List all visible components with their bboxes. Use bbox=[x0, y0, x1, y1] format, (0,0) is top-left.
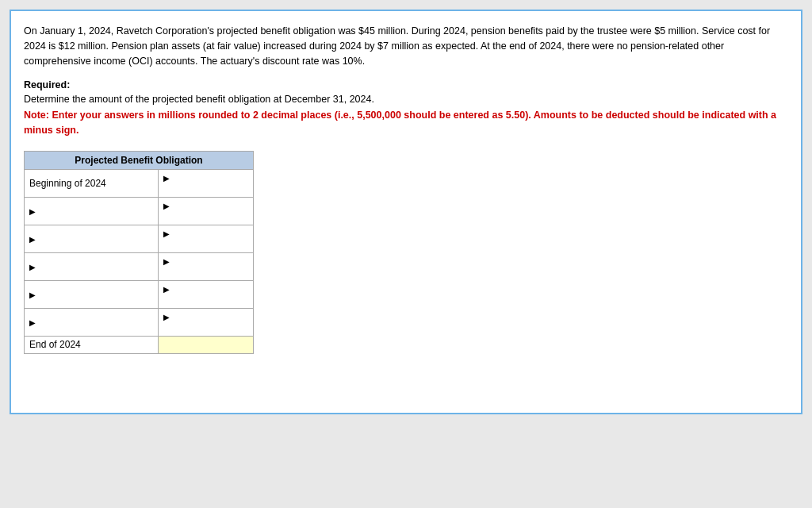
table-row-label-3: ▶ bbox=[25, 252, 159, 280]
arrow-indicator: ▶ bbox=[29, 207, 36, 216]
table-row-input-0[interactable]: ▶ bbox=[159, 169, 254, 197]
arrow-indicator-right: ▶ bbox=[163, 229, 170, 238]
main-container: On January 1, 2024, Ravetch Corporation'… bbox=[10, 10, 802, 414]
input-field-6[interactable] bbox=[163, 339, 248, 350]
problem-text: On January 1, 2024, Ravetch Corporation'… bbox=[24, 24, 788, 68]
arrow-indicator: ▶ bbox=[29, 263, 36, 271]
table-row-label-6: End of 2024 bbox=[25, 336, 159, 353]
table-row-label-5: ▶ bbox=[25, 308, 159, 336]
input-field-1[interactable] bbox=[163, 211, 248, 222]
table-row-input-2[interactable]: ▶ bbox=[159, 225, 254, 252]
arrow-indicator: ▶ bbox=[29, 291, 36, 299]
pbo-table: Projected Benefit Obligation Beginning o… bbox=[24, 151, 254, 354]
table-wrapper: Projected Benefit Obligation Beginning o… bbox=[24, 151, 254, 354]
table-row-label-1: ▶ bbox=[25, 197, 159, 225]
table-row-input-5[interactable]: ▶ bbox=[159, 308, 254, 336]
arrow-indicator-right: ▶ bbox=[163, 257, 170, 266]
note-text: Note: Enter your answers in millions rou… bbox=[24, 108, 788, 138]
arrow-indicator-right: ▶ bbox=[163, 202, 170, 210]
arrow-indicator: ▶ bbox=[29, 318, 36, 327]
determine-text: Determine the amount of the projected be… bbox=[24, 94, 788, 105]
table-row-input-1[interactable]: ▶ bbox=[159, 197, 254, 225]
table-row-input-4[interactable]: ▶ bbox=[159, 280, 254, 308]
arrow-indicator-first: ▶ bbox=[163, 174, 170, 183]
required-label: Required: bbox=[24, 79, 788, 90]
table-row-label-0: Beginning of 2024 bbox=[25, 169, 159, 197]
input-field-3[interactable] bbox=[163, 267, 248, 278]
input-field-5[interactable] bbox=[163, 322, 248, 333]
table-row-input-3[interactable]: ▶ bbox=[159, 252, 254, 280]
table-row-input-6[interactable] bbox=[159, 336, 254, 353]
input-field-4[interactable] bbox=[163, 294, 248, 306]
table-row-label-4: ▶ bbox=[25, 280, 159, 308]
input-field-2[interactable] bbox=[163, 239, 248, 250]
arrow-indicator: ▶ bbox=[29, 235, 36, 244]
table-header: Projected Benefit Obligation bbox=[25, 151, 254, 169]
input-field-0[interactable] bbox=[163, 183, 248, 194]
arrow-indicator-right: ▶ bbox=[163, 285, 170, 294]
table-row-label-2: ▶ bbox=[25, 225, 159, 252]
arrow-indicator-right: ▶ bbox=[163, 313, 170, 321]
